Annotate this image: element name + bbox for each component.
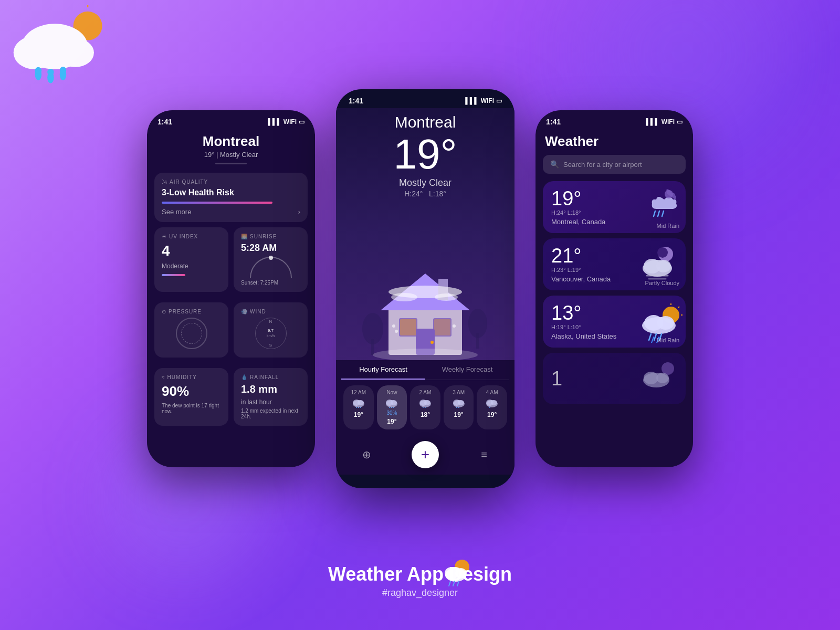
phone2-time: 1:41 [349,97,363,105]
svg-line-41 [391,407,392,408]
svg-line-60 [662,211,664,216]
svg-point-74 [657,316,674,330]
phone2-hero: 1:41 ▌▌▌ WiFi ▭ Montreal 19° Mostly Clea… [336,89,514,488]
phones-container: 1:41 ▌▌▌ WiFi ▭ Montreal 19° | Mostly Cl… [147,110,693,488]
uv-bar [162,274,185,276]
wind-compass: N S 9.7km/h [255,318,287,349]
svg-point-10 [60,67,67,74]
svg-line-51 [456,407,457,408]
battery-icon: ▭ [496,97,502,104]
pressure-wind-row: ⊙ PRESSURE 💨 WIND N S [154,302,308,363]
svg-line-75 [649,334,651,340]
pressure-label: ⊙ PRESSURE [162,309,221,314]
city-card-vancouver[interactable]: 21° H:23° L:19° Vancouver, Canada [543,238,686,290]
hourly-forecast-list: 12 AM 19° Now [341,385,509,435]
list-button[interactable]: ≡ [475,445,494,464]
alaska-info: 13° H:19° L:10° Alaska, United States [551,303,635,340]
city4-weather-icon [635,360,677,397]
house-illustration [357,245,494,360]
svg-point-50 [458,400,464,405]
pressure-card: ⊙ PRESSURE [154,302,228,358]
phone3-status-bar: 1:41 ▌▌▌ WiFi ▭ [536,110,693,129]
city4-cloud-icon [635,360,677,397]
see-more-text[interactable]: See more [162,208,191,216]
see-more-row: See more › [162,208,300,216]
phone2-hero-section: Montreal 19° Mostly Clear H:24° L:18° [336,108,514,360]
svg-line-76 [654,334,656,340]
search-placeholder: Search for a city or airport [563,161,642,169]
phone1-detail: 1:41 ▌▌▌ WiFi ▭ Montreal 19° | Mostly Cl… [147,110,315,467]
svg-point-8 [35,67,42,74]
uv-desc: Moderate [162,262,221,270]
mid-rain-icon [635,189,677,226]
wifi-icon: WiFi [481,97,494,104]
svg-line-36 [360,407,361,408]
weather-title: Weather [536,129,693,155]
uv-value: 4 [162,243,221,259]
montreal-temp: 19° [551,188,635,208]
vancouver-temp: 21° [551,246,635,266]
sunrise-icon: 🌅 [241,234,248,239]
city-card-montreal[interactable]: 19° H:24° L:18° Montreal, Canada Mid Rai… [543,181,686,233]
vancouver-hl: H:23° L:19° [551,267,635,273]
cloud-icon-3am [452,397,466,408]
svg-point-23 [430,341,434,344]
svg-point-57 [665,190,673,198]
dew-point: The dew point is 17 right now. [162,403,221,414]
svg-point-82 [644,372,658,384]
rainfall-value: 1.8 mm [241,383,300,395]
sun-icon: ☀ [162,234,167,239]
svg-point-28 [392,324,395,328]
cloud-icon-4am [485,397,499,408]
svg-point-9 [47,69,54,76]
add-button[interactable]: + [412,441,439,468]
hero-temperature: 19° [394,133,457,175]
compass-north: N [269,319,272,324]
alaska-hl: H:19° L:10° [551,324,635,330]
humidity-rainfall-row: ≈ HUMIDITY 90% The dew point is 17 right… [154,368,308,431]
tab-hourly[interactable]: Hourly Forecast [341,360,425,380]
phone2-bottom-nav: ⊕ + ≡ [341,435,509,475]
svg-line-35 [358,407,359,408]
phone1-status-bar: 1:41 ▌▌▌ WiFi ▭ [147,110,315,129]
sunset-text: Sunset: 7:25PM [241,280,300,286]
sunrise-label: 🌅 SUNRISE [241,234,300,239]
phone1-city: Montreal [158,133,304,150]
cloud-icon-now [384,397,399,408]
rainfall-label: 💧 RAINFALL [241,374,300,380]
hero-condition: Mostly Clear [399,177,452,188]
svg-line-34 [356,407,356,408]
vancouver-condition: Partly Cloudy [645,280,679,286]
svg-point-39 [391,400,397,405]
alaska-condition: Mid Rain [657,337,679,343]
montreal-info: 19° H:24° L:18° Montreal, Canada [551,188,635,226]
forecast-tabs: Hourly Forecast Weekly Forecast [341,360,509,380]
alaska-temp: 13° [551,303,635,323]
phone1-time: 1:41 [158,118,172,126]
tab-weekly[interactable]: Weekly Forecast [425,360,509,380]
hour-item-2am: 2 AM 18° [410,385,440,429]
compass-south: S [269,343,272,348]
bottom-branding: Weather App Design #raghav_designer [328,563,512,598]
phone2-status-bar: 1:41 ▌▌▌ WiFi ▭ [336,89,514,108]
battery-icon: ▭ [299,118,304,125]
vancouver-weather-icon [635,246,677,283]
humidity-value: 90% [162,383,221,400]
air-quality-icon: 🌬 [162,179,167,185]
svg-point-25 [391,293,417,301]
svg-line-47 [425,407,425,408]
search-bar[interactable]: 🔍 Search for a city or airport [543,155,686,174]
phone1-content: 🌬 AIR QUALITY 3-Low Health Risk See more… [147,173,315,436]
montreal-weather-icon [635,189,677,226]
svg-point-30 [453,324,456,328]
svg-line-59 [658,211,659,216]
location-button[interactable]: ⊕ [357,445,376,464]
svg-rect-12 [371,339,374,355]
vancouver-info: 21° H:23° L:19° Vancouver, Canada [551,246,635,283]
svg-rect-20 [400,319,416,335]
wifi-icon: WiFi [284,118,297,125]
hero-city: Montreal [395,113,456,131]
pressure-circle [176,318,207,349]
sun-dot [269,256,273,260]
city-card-alaska[interactable]: 13° H:19° L:10° Alaska, United States [543,296,686,348]
